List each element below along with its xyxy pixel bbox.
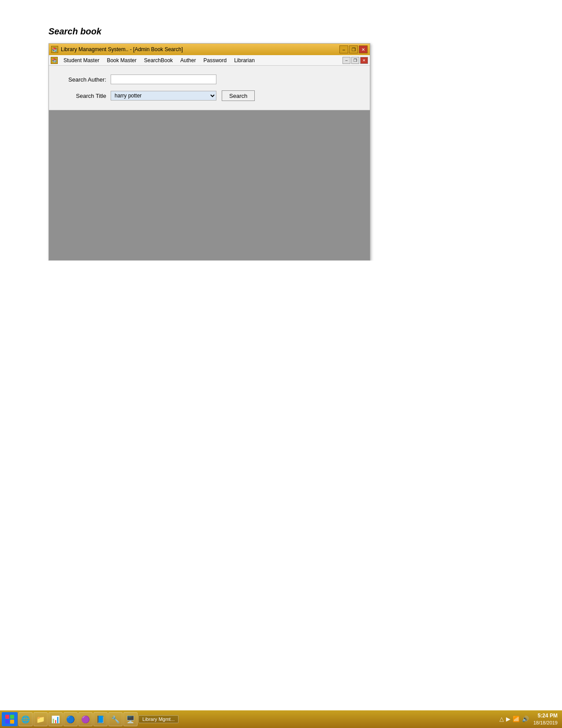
menu-student-master[interactable]: Student Master — [60, 56, 103, 64]
title-bar-left: 📚 Library Managment System.. - [Admin Bo… — [51, 46, 183, 53]
menu-librarian[interactable]: Librarian — [231, 56, 258, 64]
menu-app-icon: 📚 — [51, 57, 58, 64]
close-button[interactable]: ✕ — [359, 45, 368, 53]
author-label: Search Auther: — [62, 76, 111, 83]
menu-book-master[interactable]: Book Master — [103, 56, 140, 64]
menu-restore-button[interactable]: ❐ — [351, 57, 359, 64]
application-window: 📚 Library Managment System.. - [Admin Bo… — [48, 43, 370, 261]
title-select[interactable]: harry potter Harry Potter 2 Harry Potter… — [111, 91, 216, 101]
author-row: Search Auther: — [62, 75, 357, 84]
title-row: Search Title harry potter Harry Potter 2… — [62, 90, 357, 101]
page-title: Search book — [0, 0, 562, 43]
minimize-button[interactable]: – — [339, 45, 348, 53]
title-bar: 📚 Library Managment System.. - [Admin Bo… — [49, 44, 370, 55]
content-panel — [49, 110, 370, 260]
search-button[interactable]: Search — [222, 90, 255, 101]
menu-close-button[interactable]: ✕ — [360, 57, 368, 64]
author-input[interactable] — [111, 75, 216, 84]
menu-searchbook[interactable]: SearchBook — [141, 56, 176, 64]
title-bar-text: Library Managment System.. - [Admin Book… — [61, 46, 183, 52]
menu-bar-right: – ❐ ✕ — [342, 57, 368, 64]
title-label: Search Title — [62, 93, 111, 99]
form-panel: Search Auther: Search Title harry potter… — [49, 66, 370, 110]
restore-button[interactable]: ❐ — [349, 45, 358, 53]
menu-bar-left: 📚 Student Master Book Master SearchBook … — [51, 56, 258, 64]
menu-password[interactable]: Password — [200, 56, 230, 64]
menu-auther[interactable]: Auther — [177, 56, 199, 64]
menu-minimize-button[interactable]: – — [342, 57, 350, 64]
app-icon: 📚 — [51, 46, 58, 53]
title-bar-controls: – ❐ ✕ — [339, 45, 368, 53]
menu-bar: 📚 Student Master Book Master SearchBook … — [49, 55, 370, 66]
